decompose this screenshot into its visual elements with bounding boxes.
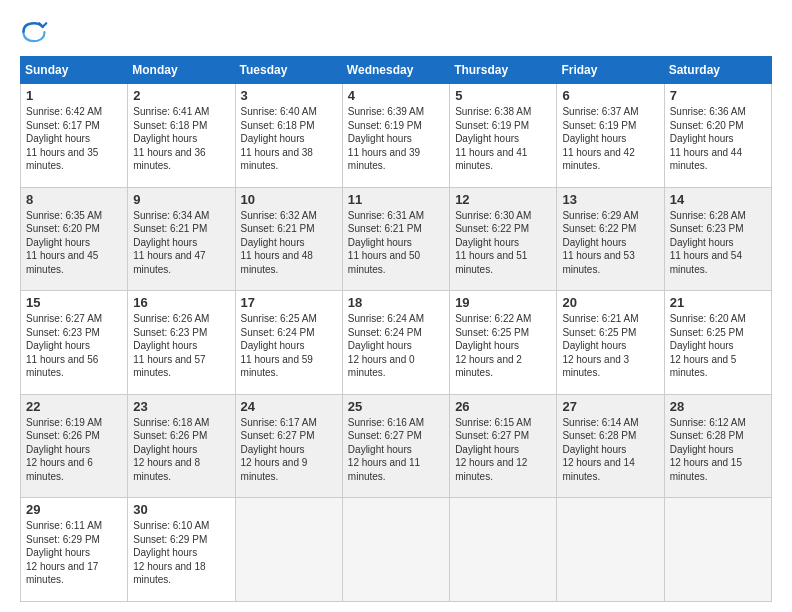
day-number: 28 — [670, 399, 766, 414]
day-info: Sunrise: 6:10 AMSunset: 6:29 PMDaylight … — [133, 519, 229, 587]
calendar-cell — [664, 498, 771, 602]
day-info: Sunrise: 6:11 AMSunset: 6:29 PMDaylight … — [26, 519, 122, 587]
calendar-cell: 23Sunrise: 6:18 AMSunset: 6:26 PMDayligh… — [128, 394, 235, 498]
calendar-week-row: 15Sunrise: 6:27 AMSunset: 6:23 PMDayligh… — [21, 291, 772, 395]
day-number: 25 — [348, 399, 444, 414]
calendar-cell: 25Sunrise: 6:16 AMSunset: 6:27 PMDayligh… — [342, 394, 449, 498]
calendar-cell — [450, 498, 557, 602]
day-info: Sunrise: 6:27 AMSunset: 6:23 PMDaylight … — [26, 312, 122, 380]
day-info: Sunrise: 6:18 AMSunset: 6:26 PMDaylight … — [133, 416, 229, 484]
calendar-cell: 9Sunrise: 6:34 AMSunset: 6:21 PMDaylight… — [128, 187, 235, 291]
day-info: Sunrise: 6:42 AMSunset: 6:17 PMDaylight … — [26, 105, 122, 173]
calendar-cell: 10Sunrise: 6:32 AMSunset: 6:21 PMDayligh… — [235, 187, 342, 291]
calendar-cell: 1Sunrise: 6:42 AMSunset: 6:17 PMDaylight… — [21, 84, 128, 188]
calendar-cell: 26Sunrise: 6:15 AMSunset: 6:27 PMDayligh… — [450, 394, 557, 498]
calendar-cell: 21Sunrise: 6:20 AMSunset: 6:25 PMDayligh… — [664, 291, 771, 395]
calendar-cell — [342, 498, 449, 602]
calendar-cell: 3Sunrise: 6:40 AMSunset: 6:18 PMDaylight… — [235, 84, 342, 188]
calendar-cell: 29Sunrise: 6:11 AMSunset: 6:29 PMDayligh… — [21, 498, 128, 602]
day-info: Sunrise: 6:16 AMSunset: 6:27 PMDaylight … — [348, 416, 444, 484]
calendar-body: 1Sunrise: 6:42 AMSunset: 6:17 PMDaylight… — [21, 84, 772, 602]
day-info: Sunrise: 6:37 AMSunset: 6:19 PMDaylight … — [562, 105, 658, 173]
calendar-cell — [557, 498, 664, 602]
day-info: Sunrise: 6:32 AMSunset: 6:21 PMDaylight … — [241, 209, 337, 277]
calendar-cell: 24Sunrise: 6:17 AMSunset: 6:27 PMDayligh… — [235, 394, 342, 498]
calendar-cell: 30Sunrise: 6:10 AMSunset: 6:29 PMDayligh… — [128, 498, 235, 602]
day-number: 11 — [348, 192, 444, 207]
day-info: Sunrise: 6:29 AMSunset: 6:22 PMDaylight … — [562, 209, 658, 277]
day-number: 7 — [670, 88, 766, 103]
day-info: Sunrise: 6:40 AMSunset: 6:18 PMDaylight … — [241, 105, 337, 173]
calendar-cell: 27Sunrise: 6:14 AMSunset: 6:28 PMDayligh… — [557, 394, 664, 498]
day-info: Sunrise: 6:25 AMSunset: 6:24 PMDaylight … — [241, 312, 337, 380]
col-header-thursday: Thursday — [450, 57, 557, 84]
col-header-monday: Monday — [128, 57, 235, 84]
calendar-cell: 12Sunrise: 6:30 AMSunset: 6:22 PMDayligh… — [450, 187, 557, 291]
day-number: 27 — [562, 399, 658, 414]
day-number: 17 — [241, 295, 337, 310]
calendar-cell: 18Sunrise: 6:24 AMSunset: 6:24 PMDayligh… — [342, 291, 449, 395]
calendar-cell: 20Sunrise: 6:21 AMSunset: 6:25 PMDayligh… — [557, 291, 664, 395]
day-info: Sunrise: 6:12 AMSunset: 6:28 PMDaylight … — [670, 416, 766, 484]
calendar-cell: 16Sunrise: 6:26 AMSunset: 6:23 PMDayligh… — [128, 291, 235, 395]
calendar-week-row: 1Sunrise: 6:42 AMSunset: 6:17 PMDaylight… — [21, 84, 772, 188]
day-number: 22 — [26, 399, 122, 414]
day-number: 19 — [455, 295, 551, 310]
calendar-cell: 15Sunrise: 6:27 AMSunset: 6:23 PMDayligh… — [21, 291, 128, 395]
day-info: Sunrise: 6:24 AMSunset: 6:24 PMDaylight … — [348, 312, 444, 380]
logo-icon — [20, 18, 48, 46]
day-info: Sunrise: 6:28 AMSunset: 6:23 PMDaylight … — [670, 209, 766, 277]
day-number: 12 — [455, 192, 551, 207]
day-number: 5 — [455, 88, 551, 103]
calendar-cell: 19Sunrise: 6:22 AMSunset: 6:25 PMDayligh… — [450, 291, 557, 395]
day-number: 8 — [26, 192, 122, 207]
day-number: 30 — [133, 502, 229, 517]
day-number: 24 — [241, 399, 337, 414]
day-number: 3 — [241, 88, 337, 103]
day-number: 29 — [26, 502, 122, 517]
day-number: 10 — [241, 192, 337, 207]
day-info: Sunrise: 6:38 AMSunset: 6:19 PMDaylight … — [455, 105, 551, 173]
calendar-cell: 17Sunrise: 6:25 AMSunset: 6:24 PMDayligh… — [235, 291, 342, 395]
col-header-tuesday: Tuesday — [235, 57, 342, 84]
calendar-cell — [235, 498, 342, 602]
day-info: Sunrise: 6:39 AMSunset: 6:19 PMDaylight … — [348, 105, 444, 173]
day-info: Sunrise: 6:15 AMSunset: 6:27 PMDaylight … — [455, 416, 551, 484]
calendar-week-row: 29Sunrise: 6:11 AMSunset: 6:29 PMDayligh… — [21, 498, 772, 602]
page-header — [20, 18, 772, 46]
day-number: 1 — [26, 88, 122, 103]
day-number: 23 — [133, 399, 229, 414]
day-info: Sunrise: 6:30 AMSunset: 6:22 PMDaylight … — [455, 209, 551, 277]
calendar-cell: 5Sunrise: 6:38 AMSunset: 6:19 PMDaylight… — [450, 84, 557, 188]
day-info: Sunrise: 6:36 AMSunset: 6:20 PMDaylight … — [670, 105, 766, 173]
calendar-cell: 22Sunrise: 6:19 AMSunset: 6:26 PMDayligh… — [21, 394, 128, 498]
day-number: 2 — [133, 88, 229, 103]
calendar-week-row: 22Sunrise: 6:19 AMSunset: 6:26 PMDayligh… — [21, 394, 772, 498]
logo — [20, 18, 52, 46]
calendar-table: SundayMondayTuesdayWednesdayThursdayFrid… — [20, 56, 772, 602]
day-info: Sunrise: 6:34 AMSunset: 6:21 PMDaylight … — [133, 209, 229, 277]
day-number: 13 — [562, 192, 658, 207]
calendar-week-row: 8Sunrise: 6:35 AMSunset: 6:20 PMDaylight… — [21, 187, 772, 291]
calendar-cell: 11Sunrise: 6:31 AMSunset: 6:21 PMDayligh… — [342, 187, 449, 291]
calendar-cell: 4Sunrise: 6:39 AMSunset: 6:19 PMDaylight… — [342, 84, 449, 188]
calendar-page: SundayMondayTuesdayWednesdayThursdayFrid… — [0, 0, 792, 612]
day-number: 6 — [562, 88, 658, 103]
day-number: 14 — [670, 192, 766, 207]
day-info: Sunrise: 6:26 AMSunset: 6:23 PMDaylight … — [133, 312, 229, 380]
day-number: 15 — [26, 295, 122, 310]
day-number: 26 — [455, 399, 551, 414]
calendar-cell: 14Sunrise: 6:28 AMSunset: 6:23 PMDayligh… — [664, 187, 771, 291]
day-info: Sunrise: 6:19 AMSunset: 6:26 PMDaylight … — [26, 416, 122, 484]
col-header-sunday: Sunday — [21, 57, 128, 84]
col-header-wednesday: Wednesday — [342, 57, 449, 84]
calendar-cell: 7Sunrise: 6:36 AMSunset: 6:20 PMDaylight… — [664, 84, 771, 188]
calendar-cell: 2Sunrise: 6:41 AMSunset: 6:18 PMDaylight… — [128, 84, 235, 188]
day-info: Sunrise: 6:35 AMSunset: 6:20 PMDaylight … — [26, 209, 122, 277]
day-info: Sunrise: 6:21 AMSunset: 6:25 PMDaylight … — [562, 312, 658, 380]
day-info: Sunrise: 6:31 AMSunset: 6:21 PMDaylight … — [348, 209, 444, 277]
day-info: Sunrise: 6:14 AMSunset: 6:28 PMDaylight … — [562, 416, 658, 484]
day-number: 4 — [348, 88, 444, 103]
calendar-cell: 6Sunrise: 6:37 AMSunset: 6:19 PMDaylight… — [557, 84, 664, 188]
day-number: 18 — [348, 295, 444, 310]
